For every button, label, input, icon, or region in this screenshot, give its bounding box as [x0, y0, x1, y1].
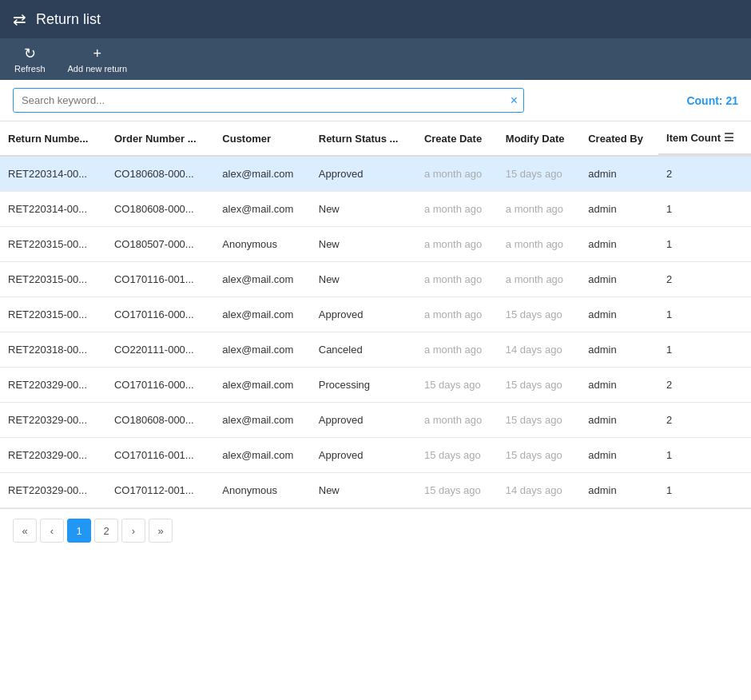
table-cell: admin [580, 332, 658, 368]
table-cell: 14 days ago [498, 332, 580, 368]
table-cell: admin [580, 368, 658, 403]
table-cell: admin [580, 227, 658, 262]
page-header: ⇄ Return list [0, 0, 751, 38]
table-cell: 1 [658, 473, 751, 508]
table-cell: admin [580, 297, 658, 332]
table-cell: RET220329-00... [0, 473, 106, 508]
col-return-number: Return Numbe... [0, 121, 106, 156]
table-cell: CO180507-000... [106, 227, 214, 262]
table-cell: 15 days ago [498, 403, 580, 438]
table-cell: New [311, 473, 416, 508]
table-row[interactable]: RET220315-00...CO170116-000...alex@mail.… [0, 297, 751, 332]
return-list-icon: ⇄ [13, 10, 26, 29]
table-cell: Anonymous [214, 227, 310, 262]
table-cell: 15 days ago [498, 297, 580, 332]
table-cell: Approved [311, 156, 416, 192]
table-cell: alex@mail.com [214, 368, 310, 403]
table-cell: CO170116-001... [106, 438, 214, 473]
col-return-status: Return Status ... [311, 121, 416, 156]
pagination: « ‹ 1 2 › » [0, 508, 751, 552]
table-cell: 1 [658, 297, 751, 332]
column-settings-icon[interactable]: ☰ [724, 131, 734, 144]
search-input[interactable] [13, 88, 524, 113]
pagination-page-1-button[interactable]: 1 [67, 519, 91, 543]
table-cell: RET220329-00... [0, 403, 106, 438]
table-row[interactable]: RET220318-00...CO220111-000...alex@mail.… [0, 332, 751, 368]
table-cell: 2 [658, 368, 751, 403]
table-row[interactable]: RET220315-00...CO170116-001...alex@mail.… [0, 262, 751, 297]
table-cell: 2 [658, 156, 751, 192]
pagination-prev-button[interactable]: ‹ [40, 519, 64, 543]
table-cell: alex@mail.com [214, 156, 310, 192]
table-cell: a month ago [498, 262, 580, 297]
pagination-page-2-button[interactable]: 2 [94, 519, 118, 543]
table-cell: alex@mail.com [214, 262, 310, 297]
add-new-return-button[interactable]: + Add new return [63, 42, 133, 77]
table-cell: RET220329-00... [0, 438, 106, 473]
table-cell: alex@mail.com [214, 332, 310, 368]
col-item-count: Item Count ☰ [658, 121, 751, 155]
table-cell: alex@mail.com [214, 192, 310, 227]
table-cell: 1 [658, 332, 751, 368]
table-cell: alex@mail.com [214, 438, 310, 473]
table-cell: 15 days ago [416, 438, 498, 473]
table-cell: RET220315-00... [0, 297, 106, 332]
count-label-text: Count: [686, 94, 722, 107]
table-cell: Approved [311, 403, 416, 438]
pagination-last-button[interactable]: » [149, 519, 173, 543]
add-new-label: Add new return [68, 64, 128, 74]
table-cell: a month ago [416, 156, 498, 192]
table-row[interactable]: RET220329-00...CO170112-001...AnonymousN… [0, 473, 751, 508]
table-cell: 1 [658, 192, 751, 227]
table-cell: CO180608-000... [106, 403, 214, 438]
toolbar: ↻ Refresh + Add new return [0, 38, 751, 80]
table-cell: RET220314-00... [0, 192, 106, 227]
table-cell: admin [580, 438, 658, 473]
table-cell: admin [580, 262, 658, 297]
table-row[interactable]: RET220314-00...CO180608-000...alex@mail.… [0, 156, 751, 192]
table-row[interactable]: RET220315-00...CO180507-000...AnonymousN… [0, 227, 751, 262]
table-cell: 15 days ago [498, 438, 580, 473]
table-cell: Approved [311, 438, 416, 473]
table-cell: CO170112-001... [106, 473, 214, 508]
table-cell: New [311, 227, 416, 262]
table-cell: a month ago [416, 192, 498, 227]
col-customer: Customer [214, 121, 310, 156]
table-cell: RET220315-00... [0, 227, 106, 262]
col-order-number: Order Number ... [106, 121, 214, 156]
table-cell: Processing [311, 368, 416, 403]
table-cell: admin [580, 473, 658, 508]
returns-table: Return Numbe... Order Number ... Custome… [0, 121, 751, 508]
table-cell: 1 [658, 227, 751, 262]
add-icon: + [93, 46, 102, 62]
search-clear-button[interactable]: × [511, 94, 518, 107]
pagination-next-button[interactable]: › [121, 519, 145, 543]
table-row[interactable]: RET220329-00...CO180608-000...alex@mail.… [0, 403, 751, 438]
table-cell: 15 days ago [498, 156, 580, 192]
table-row[interactable]: RET220314-00...CO180608-000...alex@mail.… [0, 192, 751, 227]
table-row[interactable]: RET220329-00...CO170116-000...alex@mail.… [0, 368, 751, 403]
table-cell: a month ago [498, 192, 580, 227]
table-cell: 14 days ago [498, 473, 580, 508]
refresh-icon: ↻ [24, 45, 36, 62]
table-cell: 1 [658, 438, 751, 473]
table-cell: New [311, 192, 416, 227]
table-cell: a month ago [416, 227, 498, 262]
table-cell: New [311, 262, 416, 297]
table-wrap: Return Numbe... Order Number ... Custome… [0, 121, 751, 508]
table-cell: RET220318-00... [0, 332, 106, 368]
count-value: 21 [725, 94, 738, 107]
table-cell: a month ago [416, 403, 498, 438]
table-cell: RET220329-00... [0, 368, 106, 403]
table-cell: Canceled [311, 332, 416, 368]
table-cell: CO220111-000... [106, 332, 214, 368]
table-header-row: Return Numbe... Order Number ... Custome… [0, 121, 751, 156]
table-cell: alex@mail.com [214, 297, 310, 332]
table-cell: 15 days ago [416, 473, 498, 508]
table-cell: admin [580, 403, 658, 438]
refresh-button[interactable]: ↻ Refresh [10, 42, 50, 77]
table-row[interactable]: RET220329-00...CO170116-001...alex@mail.… [0, 438, 751, 473]
table-cell: admin [580, 192, 658, 227]
pagination-first-button[interactable]: « [13, 519, 37, 543]
table-cell: RET220315-00... [0, 262, 106, 297]
